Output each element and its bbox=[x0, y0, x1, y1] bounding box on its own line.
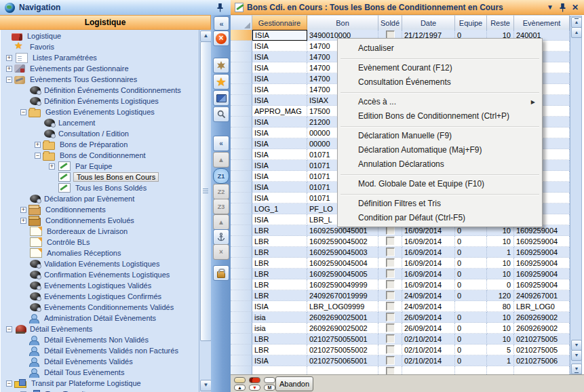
gestionnaire-cell[interactable]: LBR bbox=[252, 236, 307, 247]
tree-item[interactable]: +Favoris bbox=[1, 41, 199, 52]
tree-item[interactable]: +Bons de Préparation bbox=[1, 139, 199, 150]
menu-item[interactable]: Déclaration Manuelle (F9) bbox=[338, 129, 542, 143]
date-cell[interactable]: 02/10/2014 bbox=[402, 345, 455, 355]
gestionnaire-cell[interactable]: LBR bbox=[252, 334, 307, 345]
row-header-cell[interactable] bbox=[231, 160, 252, 171]
row-header-cell[interactable] bbox=[231, 95, 252, 106]
tree-item[interactable]: +Détail Evènements Validés bbox=[1, 356, 199, 367]
equipe-cell[interactable]: 0 bbox=[455, 334, 487, 345]
solde-cell[interactable] bbox=[378, 334, 402, 345]
column-header[interactable]: Equipe bbox=[455, 15, 487, 30]
menu-item[interactable]: Accès à ...▶ bbox=[338, 95, 542, 109]
row-header-cell[interactable] bbox=[231, 182, 252, 193]
equipe-cell[interactable]: 0 bbox=[455, 258, 487, 269]
solde-checkbox[interactable] bbox=[386, 302, 395, 311]
tree-scroll-thumb[interactable] bbox=[200, 41, 212, 341]
tree-item[interactable]: +Evénements Logistiques Confirmés bbox=[1, 291, 199, 302]
bon-cell[interactable]: 02102750055002 bbox=[307, 345, 378, 355]
row-header-cell[interactable] bbox=[231, 323, 252, 334]
tree-item[interactable]: +Consultation / Edition bbox=[1, 128, 199, 139]
reste-cell[interactable]: 5 bbox=[487, 345, 514, 355]
screen-button[interactable] bbox=[213, 90, 229, 106]
equipe-cell[interactable]: 0 bbox=[455, 247, 487, 258]
delete-button[interactable]: × bbox=[213, 244, 229, 260]
nav-flag-button[interactable] bbox=[249, 377, 260, 383]
tree-item[interactable]: −Détail Evènements bbox=[1, 324, 199, 334]
pin-icon[interactable] bbox=[216, 3, 224, 12]
gestionnaire-cell[interactable]: ISIA bbox=[252, 30, 307, 41]
nav-max-button[interactable]: M bbox=[264, 385, 275, 391]
table-row[interactable]: LBR1609259004500416/09/20140101609259004 bbox=[231, 258, 570, 269]
gestionnaire-cell[interactable]: APPRO_MAG bbox=[252, 106, 307, 117]
row-header-cell[interactable] bbox=[231, 106, 252, 117]
gestionnaire-cell[interactable]: ISIA bbox=[252, 73, 307, 84]
column-header[interactable]: Soldé bbox=[378, 15, 402, 30]
equipe-cell[interactable]: 0 bbox=[455, 279, 487, 290]
anchor-button[interactable] bbox=[213, 229, 229, 245]
row-header-cell[interactable] bbox=[231, 301, 252, 312]
row-header-cell[interactable] bbox=[231, 225, 252, 236]
gestionnaire-cell[interactable]: ISIA bbox=[252, 149, 307, 160]
evenement-cell[interactable]: LBR_LOG0 bbox=[514, 301, 570, 312]
tree-item[interactable]: +Tous les Bons en Cours bbox=[1, 172, 199, 182]
gestionnaire-cell[interactable]: LOG_1 bbox=[252, 203, 307, 214]
row-header-cell[interactable] bbox=[231, 214, 252, 225]
tree-item[interactable]: +Par Equipe bbox=[1, 161, 199, 172]
tree-expander-icon[interactable]: + bbox=[6, 66, 12, 72]
column-header[interactable]: Gestionnaire bbox=[252, 15, 307, 30]
tree-item[interactable]: −Evènements Tous Gestionnaires bbox=[1, 74, 199, 85]
row-header-cell[interactable] bbox=[231, 279, 252, 290]
equipe-cell[interactable]: 0 bbox=[455, 290, 487, 301]
tree-item[interactable]: +Définition Événements Conditionnements bbox=[1, 85, 199, 96]
menu-item[interactable]: Condition par Défaut (Ctrl-F5) bbox=[338, 211, 542, 225]
panel-close-icon[interactable]: ✕ bbox=[572, 3, 579, 12]
tree-item[interactable]: +Logistique bbox=[1, 31, 199, 41]
tree-expander-icon[interactable]: + bbox=[20, 207, 26, 213]
tree-scrollbar[interactable]: ▲ ▼ bbox=[199, 30, 211, 392]
row-header-cell[interactable] bbox=[231, 203, 252, 214]
tree-item[interactable]: +Détail Evènements Validés non Facturés bbox=[1, 345, 199, 356]
gestionnaire-cell[interactable]: ISIA bbox=[252, 301, 307, 312]
close-panel-button[interactable]: × bbox=[213, 31, 229, 46]
gestionnaire-cell[interactable]: ISIA bbox=[252, 128, 307, 138]
grid-scroll-bottom-button[interactable]: ▼ bbox=[571, 364, 582, 374]
solde-cell[interactable] bbox=[378, 236, 402, 247]
collapse-nav-button[interactable]: « bbox=[214, 16, 229, 31]
menu-item[interactable]: Annulation Déclarations bbox=[338, 157, 542, 172]
tree-item[interactable]: +Tous Transits bbox=[1, 389, 199, 392]
date-cell[interactable]: 02/10/2014 bbox=[402, 355, 455, 366]
tree-expander-icon[interactable]: − bbox=[6, 326, 12, 332]
tree-item[interactable]: −Gestion Evénements Logistiques bbox=[1, 106, 199, 117]
row-header-cell[interactable] bbox=[231, 355, 252, 366]
column-header[interactable]: Date bbox=[402, 15, 455, 30]
date-cell[interactable]: 24/09/2014 bbox=[402, 290, 455, 301]
reste-cell[interactable]: 1 bbox=[487, 247, 514, 258]
gestionnaire-cell[interactable]: ISIA bbox=[252, 214, 307, 225]
date-cell[interactable]: 26/09/2014 bbox=[402, 312, 455, 323]
row-header-cell[interactable] bbox=[231, 290, 252, 301]
date-cell[interactable]: 26/09/2014 bbox=[402, 323, 455, 334]
row-header-cell[interactable] bbox=[231, 345, 252, 355]
tree-item[interactable]: +Anomalies Réceptions bbox=[1, 248, 199, 258]
panel-dropdown-icon[interactable]: ▼ bbox=[547, 3, 553, 11]
tree-item[interactable]: +Déclaration par Evènement bbox=[1, 193, 199, 204]
menu-item[interactable]: Evènement Courant (F12) bbox=[338, 61, 542, 75]
table-row[interactable]: isia2609269002500226/09/2014010260926900… bbox=[231, 323, 570, 334]
solde-checkbox[interactable] bbox=[386, 291, 395, 300]
reste-cell[interactable]: 10 bbox=[487, 312, 514, 323]
solde-checkbox[interactable] bbox=[386, 258, 395, 267]
solde-checkbox[interactable] bbox=[386, 356, 395, 365]
tree-expander-icon[interactable]: − bbox=[6, 380, 12, 387]
date-cell[interactable]: 24/09/2014 bbox=[402, 301, 455, 312]
tree-expander-icon[interactable]: + bbox=[20, 218, 26, 224]
solde-checkbox[interactable] bbox=[386, 280, 395, 289]
solde-checkbox[interactable] bbox=[386, 248, 395, 256]
bon-cell[interactable]: 24092670019999 bbox=[307, 290, 378, 301]
tree-expander-icon[interactable]: − bbox=[35, 153, 41, 159]
grid-scrollbar[interactable]: ▲ ▲ ▼ ▼ ▼ bbox=[570, 16, 582, 374]
grid-scroll-top-button[interactable]: ▲ bbox=[571, 17, 582, 28]
row-header-cell[interactable] bbox=[231, 171, 252, 182]
gestionnaire-cell[interactable]: isia bbox=[252, 323, 307, 334]
row-header-cell[interactable] bbox=[231, 41, 252, 52]
grid-scroll-down-button[interactable]: ▼ bbox=[571, 340, 582, 351]
